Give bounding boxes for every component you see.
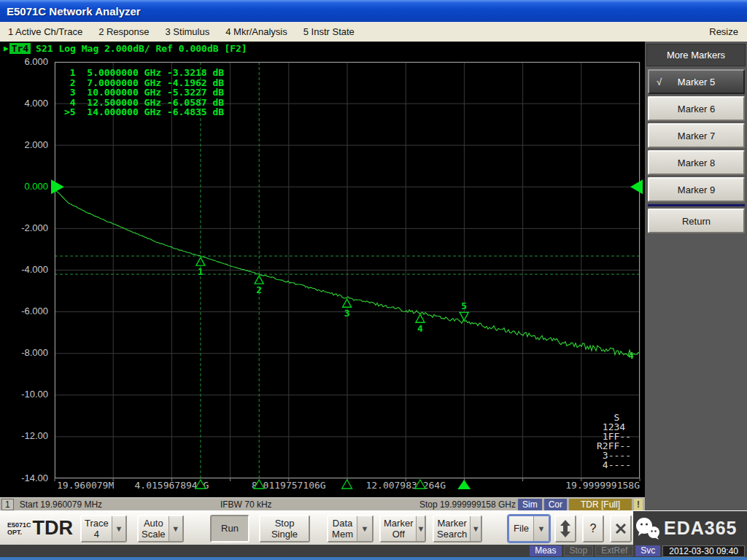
softkey-marker-7[interactable]: Marker 7 bbox=[648, 123, 745, 148]
updown-button[interactable] bbox=[554, 515, 576, 542]
close-x-icon bbox=[615, 523, 627, 534]
marker-off-button[interactable]: MarkerOff▼ bbox=[379, 515, 426, 542]
trace-select-button[interactable]: Trace4▼ bbox=[80, 515, 127, 542]
logo-opt: OPT. bbox=[7, 529, 31, 536]
button-text-line: Marker bbox=[384, 518, 413, 529]
trace-marker-number: 2 bbox=[256, 284, 262, 295]
dropdown-arrow-icon[interactable]: ▼ bbox=[112, 516, 125, 541]
softkey-menu-title: More Markers bbox=[646, 44, 746, 66]
axis-marker-triangle bbox=[415, 480, 425, 489]
menu-item-1[interactable]: 1 Active Ch/Trace bbox=[0, 26, 90, 37]
run-label: Run bbox=[212, 516, 248, 541]
menu-item-5[interactable]: 5 Instr State bbox=[295, 26, 363, 37]
trace-select-label: Trace4 bbox=[82, 516, 112, 541]
file-button[interactable]: File▼ bbox=[508, 515, 550, 542]
y-axis-tick-label: 6.000 bbox=[0, 56, 48, 67]
axis-marker-triangle bbox=[254, 480, 264, 489]
toolbar: E5071C OPT. TDR Trace4▼AutoScale▼RunStop… bbox=[0, 510, 747, 545]
dropdown-arrow-icon[interactable]: ▼ bbox=[416, 516, 425, 541]
y-axis-tick-label: -6.000 bbox=[0, 306, 48, 316]
y-axis-tick-label: -10.00 bbox=[0, 389, 48, 400]
softkey-label: Marker 9 bbox=[678, 184, 715, 195]
logo-model: E5071C bbox=[7, 521, 31, 529]
active-trace-arrow-icon: ▶ bbox=[4, 44, 9, 53]
marker-readout-table: 1 5.0000000 GHz -3.3218 dB 2 7.0000000 G… bbox=[64, 68, 224, 117]
y-axis-tick-label: -4.000 bbox=[0, 264, 48, 275]
bottom-accent-strip bbox=[0, 557, 747, 560]
status-badge-stop: Stop bbox=[564, 545, 594, 556]
status-bar: MeasStopExtRefSvc 2012-03-30 09:40 bbox=[0, 545, 747, 557]
resize-menu-item[interactable]: Resize bbox=[700, 26, 747, 37]
status-badges: MeasStopExtRefSvc bbox=[527, 545, 660, 556]
button-text-line: Auto bbox=[144, 518, 163, 529]
application-window: E5071C Network Analyzer 1 Active Ch/Trac… bbox=[0, 0, 747, 560]
trace-marker-number: 3 bbox=[344, 308, 350, 319]
data-mem-button[interactable]: DataMem▼ bbox=[327, 515, 374, 542]
button-text-line: Scale bbox=[142, 529, 166, 540]
dropdown-arrow-icon[interactable]: ▼ bbox=[357, 516, 372, 541]
button-text-line: Trace bbox=[85, 518, 109, 529]
logo-tdr: TDR bbox=[33, 517, 74, 540]
measurement-plot[interactable]: 123454 bbox=[55, 62, 640, 490]
y-axis-tick-label: 4.000 bbox=[0, 98, 48, 109]
dropdown-arrow-icon[interactable]: ▼ bbox=[470, 516, 481, 541]
data-mem-label: DataMem bbox=[328, 516, 357, 541]
window-title: E5071C Network Analyzer bbox=[0, 5, 141, 18]
trace-end-label: 4 bbox=[628, 350, 634, 361]
button-text-line: Stop bbox=[275, 518, 295, 529]
button-text-line: Off bbox=[392, 529, 405, 540]
ifbw-value: IFBW 70 kHz bbox=[220, 499, 272, 510]
softkey-return[interactable]: Return bbox=[648, 209, 745, 233]
stop-single-label: StopSingle bbox=[260, 516, 309, 541]
close-label bbox=[611, 516, 630, 541]
button-text-line: File bbox=[514, 523, 529, 534]
file-label: File bbox=[509, 516, 533, 541]
chat-logo-icon bbox=[633, 516, 661, 542]
auto-scale-button[interactable]: AutoScale▼ bbox=[137, 515, 184, 542]
auto-scale-label: AutoScale bbox=[139, 516, 169, 541]
trace-marker-triangle bbox=[196, 257, 205, 265]
instrument-screen: ▶ Tr4 S21 Log Mag 2.000dB/ Ref 0.000dB [… bbox=[0, 42, 645, 497]
channel-badge-: ! bbox=[634, 499, 643, 510]
start-frequency: Start 19.960079 MHz bbox=[20, 499, 102, 510]
softkey-buttons: √Marker 5Marker 6Marker 7Marker 8Marker … bbox=[645, 69, 747, 233]
menu-item-4[interactable]: 4 Mkr/Analysis bbox=[217, 26, 295, 37]
menu-item-3[interactable]: 3 Stimulus bbox=[158, 26, 218, 37]
softkey-marker-8[interactable]: Marker 8 bbox=[648, 150, 745, 175]
marker-table-row: 4 12.500000 GHz -6.0587 dB bbox=[64, 98, 224, 108]
menu-items: 1 Active Ch/Trace2 Response3 Stimulus4 M… bbox=[0, 26, 363, 37]
trace-marker-triangle-active bbox=[460, 312, 468, 320]
help-button[interactable]: ? bbox=[582, 515, 604, 542]
softkey-marker-5[interactable]: √Marker 5 bbox=[648, 69, 745, 94]
softkey-label: Marker 6 bbox=[678, 104, 715, 114]
trace-marker-triangle bbox=[416, 314, 425, 322]
softkey-label: Marker 5 bbox=[678, 77, 715, 88]
axis-marker-triangle-active bbox=[457, 480, 471, 489]
close-button[interactable] bbox=[610, 515, 632, 542]
axis-marker-triangle bbox=[196, 480, 206, 489]
trace-badge[interactable]: Tr4 bbox=[9, 43, 31, 54]
status-badge-svc: Svc bbox=[635, 545, 660, 556]
stop-single-button[interactable]: StopSingle bbox=[259, 515, 310, 542]
softkey-label: Return bbox=[682, 216, 711, 227]
marker-search-button[interactable]: MarkerSearch▼ bbox=[433, 515, 482, 542]
button-text-line: Run bbox=[221, 523, 239, 534]
dropdown-arrow-icon[interactable]: ▼ bbox=[533, 516, 549, 541]
button-text-line: Mem bbox=[332, 529, 353, 540]
datetime-display: 2012-03-30 09:40 bbox=[662, 545, 745, 557]
instrument-logo: E5071C OPT. TDR bbox=[7, 517, 73, 540]
trace-marker-number: 1 bbox=[198, 266, 204, 277]
channel-badge-tdrfull: TDR [Full] bbox=[569, 499, 632, 510]
softkey-marker-6[interactable]: Marker 6 bbox=[648, 96, 745, 121]
run-button[interactable]: Run bbox=[210, 515, 249, 542]
dropdown-arrow-icon[interactable]: ▼ bbox=[169, 516, 182, 541]
softkey-separator bbox=[648, 204, 745, 206]
checkmark-icon: √ bbox=[657, 77, 662, 88]
button-text-line: ? bbox=[590, 523, 597, 534]
menu-item-2[interactable]: 2 Response bbox=[90, 26, 157, 37]
softkey-marker-9[interactable]: Marker 9 bbox=[648, 177, 745, 202]
status-badge-extref: ExtRef bbox=[595, 545, 633, 556]
axis-marker-triangle bbox=[342, 480, 352, 489]
softkey-label: Marker 7 bbox=[678, 131, 715, 141]
button-text-line: Single bbox=[271, 529, 298, 540]
